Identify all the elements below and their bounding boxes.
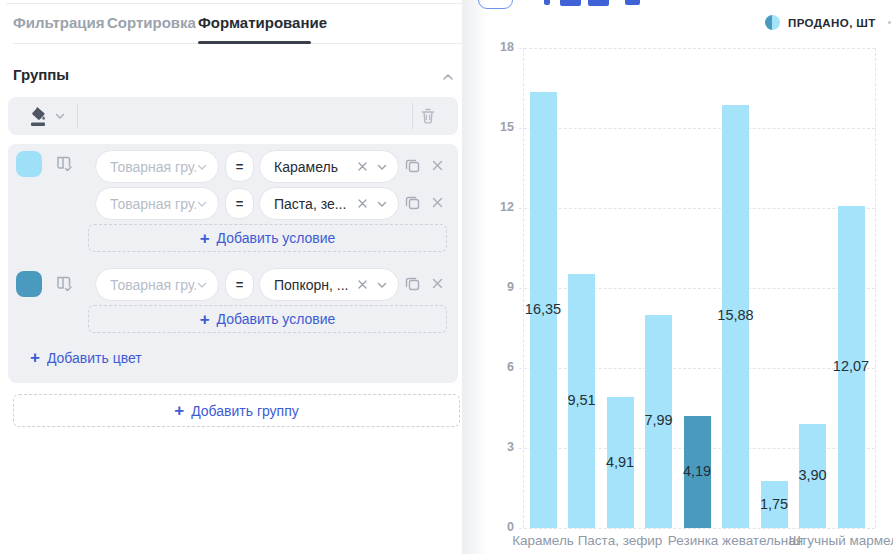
field-select[interactable]: Товарная гру... xyxy=(95,150,219,183)
formatting-settings-panel: Фильтрация Сортировка Форматирование Гру… xyxy=(0,0,462,554)
tab-sorting[interactable]: Сортировка xyxy=(107,14,196,31)
plus-icon: + xyxy=(174,402,184,419)
apply-to-columns-icon[interactable] xyxy=(54,154,74,174)
active-tab-underline xyxy=(198,41,311,44)
field-select[interactable]: Товарная гру... xyxy=(95,187,219,220)
add-condition-label: Добавить условие xyxy=(217,311,336,327)
clear-icon[interactable] xyxy=(357,198,368,209)
value-select[interactable]: Попкорн, ... xyxy=(259,268,399,301)
remove-condition-icon[interactable] xyxy=(431,196,444,209)
operator-button[interactable]: = xyxy=(225,269,254,300)
add-color-button[interactable]: + Добавить цвет xyxy=(30,349,142,366)
app-root: Фильтрация Сортировка Форматирование Гру… xyxy=(0,0,893,554)
add-group-button[interactable]: + Добавить группу xyxy=(13,394,460,427)
plus-icon: + xyxy=(200,311,210,328)
chevron-down-icon xyxy=(376,279,388,291)
chevron-up-icon[interactable] xyxy=(441,70,455,84)
add-group-label: Добавить группу xyxy=(191,403,299,419)
chevron-down-icon xyxy=(196,161,208,173)
groups-section-title: Группы xyxy=(13,66,69,83)
groups-toolbar xyxy=(8,97,458,135)
color-groups-container: Товарная гру... = Карамель Товарная гру.… xyxy=(8,144,458,383)
x-axis-tick-label: Штучный мармелад xyxy=(741,533,893,548)
value-select-value: Попкорн, ... xyxy=(274,277,357,293)
chevron-down-icon xyxy=(196,279,208,291)
chevron-down-icon xyxy=(376,198,388,210)
toolbar-divider xyxy=(412,103,413,129)
clear-icon[interactable] xyxy=(357,161,368,172)
value-select[interactable]: Карамель xyxy=(259,150,399,183)
value-select[interactable]: Паста, зе... xyxy=(259,187,399,220)
plus-icon: + xyxy=(30,349,40,366)
trash-icon[interactable] xyxy=(419,106,437,126)
chevron-down-icon[interactable] xyxy=(54,110,66,122)
chevron-down-icon xyxy=(376,161,388,173)
tab-formatting[interactable]: Форматирование xyxy=(198,14,327,31)
field-select-value: Товарная гру... xyxy=(110,277,196,293)
remove-condition-icon[interactable] xyxy=(431,277,444,290)
remove-condition-icon[interactable] xyxy=(431,159,444,172)
operator-button[interactable]: = xyxy=(225,151,254,182)
operator-button[interactable]: = xyxy=(225,188,254,219)
group-color-swatch[interactable] xyxy=(16,151,42,177)
chart-preview-panel: ПРОДАНО, ШТ 0369121518 16,359,514,917,99… xyxy=(462,0,893,554)
add-condition-label: Добавить условие xyxy=(217,230,336,246)
copy-condition-icon[interactable] xyxy=(404,275,421,292)
panel-top-divider xyxy=(6,3,462,4)
group-color-swatch[interactable] xyxy=(16,271,42,297)
copy-condition-icon[interactable] xyxy=(404,157,421,174)
plus-icon: + xyxy=(200,230,210,247)
apply-to-columns-icon[interactable] xyxy=(54,274,74,294)
field-select-value: Товарная гру... xyxy=(110,159,196,175)
clear-icon[interactable] xyxy=(357,279,368,290)
field-select[interactable]: Товарная гру... xyxy=(95,268,219,301)
toolbar-divider xyxy=(77,103,78,129)
chevron-down-icon xyxy=(196,198,208,210)
add-color-label: Добавить цвет xyxy=(47,350,142,366)
value-select-value: Паста, зе... xyxy=(274,196,357,212)
tab-filtration[interactable]: Фильтрация xyxy=(13,14,105,31)
copy-condition-icon[interactable] xyxy=(404,194,421,211)
field-select-value: Товарная гру... xyxy=(110,196,196,212)
add-condition-button[interactable]: + Добавить условие xyxy=(88,224,447,252)
value-select-value: Карамель xyxy=(274,159,357,175)
fill-color-button[interactable] xyxy=(28,105,48,127)
add-condition-button[interactable]: + Добавить условие xyxy=(88,305,447,333)
chart-x-axis: КарамельПаста, зефирРезинка жевательнаяШ… xyxy=(462,0,893,554)
